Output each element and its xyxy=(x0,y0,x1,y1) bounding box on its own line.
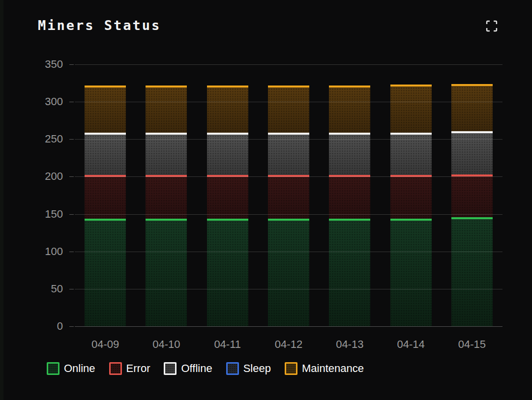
y-gridline xyxy=(75,326,502,327)
bar-segment-cap xyxy=(451,84,493,86)
bar-segment-offline[interactable] xyxy=(146,133,187,175)
bar-segment-cap xyxy=(146,86,187,87)
bar-segment-cap xyxy=(146,219,187,221)
x-axis-label: 04-10 xyxy=(134,338,198,351)
legend-swatch-icon xyxy=(164,362,177,375)
y-axis-tick xyxy=(69,64,74,65)
legend-item-online[interactable]: Online xyxy=(47,362,95,375)
chart-plot-area: 05010015020025030035004-0904-1004-1104-1… xyxy=(3,0,532,400)
bar-segment-cap xyxy=(390,133,432,135)
bar-segment-cap xyxy=(85,133,126,135)
bar-segment-error[interactable] xyxy=(268,175,309,218)
bar-segment-cap xyxy=(207,219,248,221)
bar-segment-cap xyxy=(85,175,126,177)
bar-segment-maintenance[interactable] xyxy=(451,84,493,131)
bar-segment-maintenance[interactable] xyxy=(85,86,126,133)
bar-segment-online[interactable] xyxy=(85,219,126,326)
bar-segment-cap xyxy=(207,86,248,87)
bar-segment-cap xyxy=(207,133,248,135)
stacked-bar-04-12 xyxy=(268,64,309,326)
y-axis-label: 150 xyxy=(26,209,63,220)
bar-segment-maintenance[interactable] xyxy=(207,86,248,133)
bar-segment-online[interactable] xyxy=(268,219,309,326)
stacked-bar-04-09 xyxy=(85,64,126,326)
bar-segment-cap xyxy=(268,86,309,87)
bar-segment-cap xyxy=(268,175,309,177)
x-axis-label: 04-09 xyxy=(73,338,137,351)
bar-segment-error[interactable] xyxy=(451,174,493,217)
stacked-bar-04-13 xyxy=(329,64,370,326)
x-axis-label: 04-14 xyxy=(379,338,443,351)
bar-segment-cap xyxy=(85,219,126,221)
bar-segment-cap xyxy=(85,86,126,87)
stacked-bar-04-11 xyxy=(207,64,248,326)
bar-segment-online[interactable] xyxy=(329,219,370,326)
bar-segment-maintenance[interactable] xyxy=(146,86,187,133)
bar-segment-offline[interactable] xyxy=(390,133,432,175)
y-axis-tick xyxy=(69,176,74,177)
bar-segment-online[interactable] xyxy=(451,217,493,326)
bar-segment-maintenance[interactable] xyxy=(268,86,309,133)
y-axis-tick xyxy=(69,252,74,252)
legend-item-error[interactable]: Error xyxy=(109,362,150,375)
bar-segment-offline[interactable] xyxy=(207,133,248,175)
bar-segment-cap xyxy=(207,175,248,177)
bar-segment-online[interactable] xyxy=(146,219,187,326)
bar-segment-cap xyxy=(268,219,309,221)
legend-item-maintenance[interactable]: Maintenance xyxy=(285,362,364,375)
bar-segment-cap xyxy=(268,133,309,135)
legend-swatch-icon xyxy=(109,362,122,375)
y-axis-label: 200 xyxy=(26,171,63,182)
bar-segment-error[interactable] xyxy=(207,175,248,218)
legend-label: Maintenance xyxy=(302,363,364,374)
legend-label: Error xyxy=(126,363,150,374)
stacked-bar-04-10 xyxy=(146,64,187,326)
y-axis-label: 300 xyxy=(26,96,63,107)
x-axis-label: 04-13 xyxy=(318,338,382,351)
bar-segment-cap xyxy=(329,219,370,221)
bar-segment-error[interactable] xyxy=(146,175,187,218)
bar-segment-cap xyxy=(451,131,493,133)
legend-swatch-icon xyxy=(285,362,297,375)
bar-segment-maintenance[interactable] xyxy=(390,85,432,132)
bar-segment-error[interactable] xyxy=(85,175,126,218)
bar-segment-cap xyxy=(146,133,187,135)
bar-segment-online[interactable] xyxy=(390,219,432,326)
bar-segment-offline[interactable] xyxy=(85,133,126,175)
bar-segment-offline[interactable] xyxy=(451,131,493,174)
bar-segment-cap xyxy=(390,85,432,86)
bar-segment-cap xyxy=(390,175,432,177)
bar-segment-cap xyxy=(390,219,432,221)
bar-segment-offline[interactable] xyxy=(268,133,309,175)
bar-segment-cap xyxy=(329,133,370,135)
y-axis-label: 50 xyxy=(26,284,63,294)
legend-item-offline[interactable]: Offline xyxy=(164,362,212,375)
y-axis-label: 0 xyxy=(26,321,63,332)
y-axis-tick xyxy=(69,289,74,289)
bar-segment-maintenance[interactable] xyxy=(329,86,370,133)
legend-item-sleep[interactable]: Sleep xyxy=(226,362,271,375)
bar-segment-error[interactable] xyxy=(329,175,370,218)
miners-status-panel: Miners Status 05010015020025030035004-09… xyxy=(0,0,532,400)
y-axis-tick xyxy=(69,326,74,327)
bar-segment-cap xyxy=(146,175,187,177)
bar-segment-cap xyxy=(451,217,493,219)
x-axis-label: 04-12 xyxy=(257,338,321,351)
legend-swatch-icon xyxy=(47,362,59,375)
chart-card: Miners Status 05010015020025030035004-09… xyxy=(3,0,532,400)
bar-segment-offline[interactable] xyxy=(329,133,370,175)
left-edge-strip xyxy=(0,0,3,400)
bar-segment-cap xyxy=(329,175,370,177)
legend-label: Online xyxy=(64,363,95,374)
bar-segment-online[interactable] xyxy=(207,219,248,326)
bar-segment-error[interactable] xyxy=(390,175,432,218)
bar-segment-cap xyxy=(451,174,493,176)
bar-segment-cap xyxy=(329,86,370,87)
y-axis-tick xyxy=(69,102,74,102)
x-axis-label: 04-11 xyxy=(196,338,260,351)
y-axis-label: 100 xyxy=(26,246,63,257)
stacked-bar-04-15 xyxy=(451,64,493,326)
legend-label: Offline xyxy=(181,363,212,374)
y-axis-tick xyxy=(69,139,74,140)
chart-legend: OnlineErrorOfflineSleepMaintenance xyxy=(47,362,364,375)
